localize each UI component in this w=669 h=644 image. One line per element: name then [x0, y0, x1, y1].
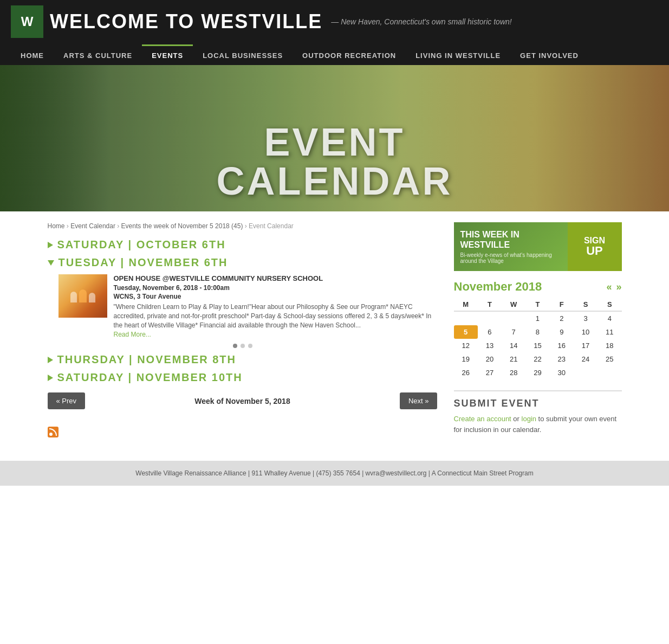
read-more-link[interactable]: Read More...: [114, 331, 151, 338]
calendar-day-cell[interactable]: 5: [454, 325, 478, 339]
calendar-day-cell[interactable]: 2: [550, 311, 574, 325]
event-nursery-school: OPEN HOUSE @WESTVILLE COMMUNITY NURSERY …: [59, 274, 438, 338]
day-header-saturday-nov10[interactable]: SATURDAY | NOVEMBER 10TH: [48, 371, 438, 384]
breadcrumb-sep3: ›: [245, 222, 249, 230]
calendar-day-cell[interactable]: 19: [454, 352, 478, 366]
calendar-day-cell[interactable]: 15: [525, 339, 549, 352]
calendar-day-cell[interactable]: 17: [574, 339, 597, 352]
breadcrumb-event-calendar[interactable]: Event Calendar: [70, 222, 115, 230]
login-link[interactable]: login: [522, 415, 536, 423]
cal-header-sat: S: [574, 298, 597, 311]
cal-header-fri: F: [550, 298, 574, 311]
calendar-day-cell[interactable]: 18: [597, 339, 621, 352]
calendar-day-cell[interactable]: 23: [550, 352, 574, 366]
day-saturday-oct6: SATURDAY | OCTOBER 6TH: [48, 239, 438, 251]
calendar-day-cell[interactable]: 10: [574, 325, 597, 339]
nav-outdoor-recreation[interactable]: OUTDOOR RECREATION: [293, 44, 406, 65]
site-tagline: — New Haven, Connecticut's own small his…: [331, 17, 511, 26]
calendar-day-cell: [502, 311, 525, 325]
hero-title-block: EVENT CALENDAR: [167, 123, 502, 201]
calendar-day-cell[interactable]: 13: [478, 339, 502, 352]
calendar-day-cell[interactable]: 20: [478, 352, 502, 366]
calendar-day-cell[interactable]: 22: [525, 352, 549, 366]
breadcrumb-events-week[interactable]: Events the week of November 5 2018 (45): [121, 222, 243, 230]
nav-home[interactable]: HOME: [11, 44, 54, 65]
calendar-day-cell[interactable]: 3: [574, 311, 597, 325]
calendar-day-cell[interactable]: 29: [525, 366, 549, 379]
calendar-month-year: November 2018: [454, 280, 542, 294]
calendar-week-row: 12131415161718: [454, 339, 622, 352]
footer-phone: (475) 355 7654: [316, 469, 360, 477]
submit-event-section: SUBMIT EVENT Create an account or login …: [454, 390, 622, 435]
cal-header-mon: M: [454, 298, 478, 311]
calendar-day-cell[interactable]: 14: [502, 339, 525, 352]
calendar-day-cell[interactable]: 26: [454, 366, 478, 379]
nav-local-businesses[interactable]: LOCAL BUSINESSES: [193, 44, 293, 65]
calendar-grid: M T W T F S S 12345678910111213141516171…: [454, 298, 622, 379]
calendar-day-cell[interactable]: 1: [525, 311, 549, 325]
newsletter-title: THIS WEEK IN WESTVILLE: [460, 229, 561, 250]
newsletter-signup-button[interactable]: SIGN UP: [568, 222, 622, 271]
dot-1[interactable]: [233, 344, 237, 348]
calendar-prev-button[interactable]: «: [606, 281, 612, 293]
nav-get-involved[interactable]: GET INVOLVED: [510, 44, 588, 65]
calendar-day-cell[interactable]: 8: [525, 325, 549, 339]
page-title: EVENT CALENDAR: [167, 123, 502, 201]
hero-banner: EVENT CALENDAR: [0, 65, 669, 211]
calendar-day-cell[interactable]: 16: [550, 339, 574, 352]
calendar-day-cell[interactable]: 6: [478, 325, 502, 339]
calendar-day-cell[interactable]: 30: [550, 366, 574, 379]
footer-email[interactable]: wvra@westvillect.org: [366, 469, 427, 477]
nav-events[interactable]: EVENTS: [142, 44, 193, 65]
day-header-thursday-nov8[interactable]: THURSDAY | NOVEMBER 8TH: [48, 353, 438, 366]
calendar-day-cell: [597, 366, 621, 379]
site-logo[interactable]: [11, 5, 43, 38]
footer-address: 911 Whalley Avenue: [251, 469, 310, 477]
dot-2[interactable]: [241, 344, 245, 348]
main-content: Home › Event Calendar › Events the week …: [37, 211, 633, 450]
calendar-day-cell: [454, 311, 478, 325]
hero-trees: [0, 65, 108, 211]
dot-3[interactable]: [248, 344, 252, 348]
calendar-next-button[interactable]: »: [616, 281, 621, 293]
calendar-day-cell[interactable]: 12: [454, 339, 478, 352]
event-thumbnail: [59, 274, 107, 318]
nav-living-in-westville[interactable]: LIVING IN WESTVILLE: [406, 44, 510, 65]
calendar-day-cell[interactable]: 11: [597, 325, 621, 339]
calendar-day-cell[interactable]: 7: [502, 325, 525, 339]
event-description: "Where Children Learn to Play & Play to …: [114, 302, 438, 330]
day-title-thursday-nov8: THURSDAY | NOVEMBER 8TH: [57, 353, 237, 366]
arrow-tuesday-nov6: [48, 260, 54, 266]
calendar-day-cell[interactable]: 24: [574, 352, 597, 366]
calendar-day-cell[interactable]: 27: [478, 366, 502, 379]
arrow-saturday-oct6: [48, 242, 53, 248]
day-header-tuesday-nov6[interactable]: TUESDAY | NOVEMBER 6TH: [48, 256, 438, 269]
rss-icon[interactable]: [48, 427, 59, 437]
breadcrumb-home[interactable]: Home: [48, 222, 65, 230]
nav-arts-culture[interactable]: ARTS & CULTURE: [54, 44, 142, 65]
content-left: Home › Event Calendar › Events the week …: [48, 222, 438, 439]
next-button[interactable]: Next »: [400, 392, 438, 409]
day-title-saturday-oct6: SATURDAY | OCTOBER 6TH: [57, 239, 226, 251]
carousel-dots: [48, 344, 438, 348]
day-header-saturday-oct6[interactable]: SATURDAY | OCTOBER 6TH: [48, 239, 438, 251]
calendar-day-cell[interactable]: 9: [550, 325, 574, 339]
header: WELCOME TO WESTVILLE — New Haven, Connec…: [0, 0, 669, 65]
calendar-week-row: 567891011: [454, 325, 622, 339]
calendar-day-headers: M T W T F S S: [454, 298, 622, 311]
prev-button[interactable]: « Prev: [48, 392, 86, 409]
submit-event-text: Create an account or login to submit you…: [454, 414, 622, 435]
day-title-saturday-nov10: SATURDAY | NOVEMBER 10TH: [57, 371, 243, 384]
main-nav: HOME ARTS & CULTURE EVENTS LOCAL BUSINES…: [11, 44, 658, 65]
footer-program: A Connecticut Main Street Program: [432, 469, 534, 477]
calendar-day-cell[interactable]: 28: [502, 366, 525, 379]
newsletter-banner[interactable]: THIS WEEK IN WESTVILLE Bi-weekly e-news …: [454, 222, 622, 271]
day-saturday-nov10: SATURDAY | NOVEMBER 10TH: [48, 371, 438, 384]
logo-area: WELCOME TO WESTVILLE — New Haven, Connec…: [11, 5, 512, 38]
create-account-link[interactable]: Create an account: [454, 415, 511, 423]
calendar-day-cell[interactable]: 21: [502, 352, 525, 366]
footer: Westville Village Renaissance Alliance |…: [0, 461, 669, 486]
event-location: WCNS, 3 Tour Avenue: [114, 293, 438, 300]
calendar-day-cell[interactable]: 4: [597, 311, 621, 325]
calendar-day-cell[interactable]: 25: [597, 352, 621, 366]
